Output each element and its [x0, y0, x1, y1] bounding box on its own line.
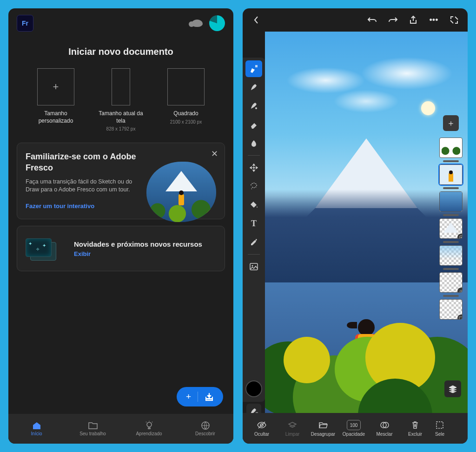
folder-open-icon: [318, 420, 328, 430]
preset-screen-size[interactable]: Tamanho atual da tela 828 x 1792 px: [95, 68, 146, 131]
tool-place-image[interactable]: [245, 258, 262, 275]
tool-eraser[interactable]: [245, 116, 262, 133]
profile-avatar[interactable]: [209, 15, 225, 31]
tab-discover[interactable]: Descobrir: [177, 414, 233, 444]
tool-move[interactable]: [245, 159, 262, 176]
document-presets: + Tamanho personalizado Tamanho atual da…: [8, 68, 233, 131]
redo-button[interactable]: [388, 15, 398, 25]
layer-thumbnail[interactable]: [439, 191, 463, 212]
home-header: Fr: [8, 8, 233, 38]
select-icon: [436, 420, 444, 430]
layer-thumbnail[interactable]: [439, 299, 463, 320]
svg-point-4: [255, 107, 257, 109]
svg-point-1: [147, 422, 152, 427]
folder-icon: [88, 421, 98, 430]
import-icon: [205, 393, 214, 401]
cloud-sync-icon[interactable]: [192, 20, 203, 27]
tab-your-work[interactable]: Seu trabalho: [65, 414, 121, 444]
globe-icon: [201, 421, 210, 430]
action-select[interactable]: Sele: [430, 420, 449, 437]
add-layer-button[interactable]: ＋: [443, 115, 459, 131]
bottom-tabs: Início Seu trabalho Aprendizado Descobri…: [8, 414, 233, 444]
svg-point-8: [461, 237, 462, 238]
news-thumbnail-icon: ✦ ✧ ✦: [26, 236, 62, 262]
news-cta-link[interactable]: Exibir: [74, 250, 202, 257]
action-clear[interactable]: Limpar: [277, 420, 308, 437]
page-title: Iniciar novo documento: [8, 46, 233, 57]
svg-rect-9: [459, 317, 463, 320]
color-swatch[interactable]: [245, 380, 262, 397]
layer-thumbnail[interactable]: ⊘: [439, 272, 463, 293]
tool-fill[interactable]: [245, 197, 262, 213]
undo-button[interactable]: [367, 15, 377, 25]
close-icon[interactable]: ✕: [211, 149, 218, 159]
tool-pixel-brush[interactable]: [245, 60, 262, 77]
tool-sidebar: T: [243, 58, 265, 402]
svg-point-6: [252, 265, 253, 267]
action-hide[interactable]: Ocultar: [246, 420, 277, 437]
share-button[interactable]: [408, 15, 418, 25]
clear-icon: [288, 420, 297, 430]
home-icon: [32, 421, 41, 430]
layers-panel: ＋ ⊘: [437, 115, 465, 320]
tab-home[interactable]: Início: [8, 414, 65, 444]
svg-rect-3: [255, 65, 258, 67]
plus-icon: +: [186, 392, 191, 402]
fullscreen-button[interactable]: [449, 15, 459, 25]
tool-smudge[interactable]: [245, 135, 262, 151]
eye-off-icon: [257, 420, 267, 430]
layer-thumbnail[interactable]: [439, 164, 463, 185]
editor-screen: •••: [243, 8, 468, 444]
news-card[interactable]: ✦ ✧ ✦ Novidades e próximos novos recurso…: [17, 226, 225, 271]
lightbulb-icon: [145, 421, 154, 430]
news-heading: Novidades e próximos novos recursos: [74, 240, 202, 249]
preset-square[interactable]: Quadrado 2100 x 2100 px: [160, 68, 212, 131]
tool-text[interactable]: T: [245, 215, 262, 232]
action-ungroup[interactable]: Desagrupar: [308, 420, 338, 437]
action-opacity[interactable]: 100 Opacidade: [338, 420, 369, 437]
merge-icon: [380, 420, 389, 430]
preset-custom[interactable]: + Tamanho personalizado: [30, 68, 81, 131]
svg-rect-13: [436, 422, 443, 428]
promo-thumbnail: [146, 162, 216, 222]
tool-lasso[interactable]: [245, 178, 262, 195]
tool-live-brush[interactable]: [245, 98, 262, 114]
layers-toggle-button[interactable]: [444, 380, 461, 397]
promo-body: Faça uma transição fácil do Sketch ou do…: [26, 178, 132, 194]
layer-thumbnail[interactable]: [439, 138, 463, 158]
back-button[interactable]: [251, 15, 261, 25]
action-delete[interactable]: Excluir: [400, 420, 430, 437]
more-button[interactable]: •••: [429, 15, 439, 25]
canvas-area: T ＋ ⊘: [243, 32, 468, 444]
layer-thumbnail[interactable]: [439, 218, 463, 239]
trash-icon: [411, 420, 419, 430]
new-document-fab[interactable]: +: [177, 387, 223, 406]
layer-thumbnail[interactable]: [439, 245, 463, 266]
tool-vector-brush[interactable]: [245, 79, 262, 96]
tab-learn[interactable]: Aprendizado: [121, 414, 177, 444]
tool-eyedropper[interactable]: [245, 234, 262, 250]
promo-card: ✕ Familiarize-se com o Adobe Fresco Faça…: [17, 143, 225, 219]
plus-icon: +: [37, 68, 74, 105]
layer-actions-bar: Ocultar Limpar Desagrupar 100 Opacidade …: [243, 413, 468, 444]
opacity-value: 100: [347, 420, 361, 430]
home-screen: Fr Iniciar novo documento + Tamanho pers…: [8, 8, 233, 444]
action-merge[interactable]: Mesclar: [369, 420, 400, 437]
editor-header: •••: [243, 8, 468, 32]
promo-heading: Familiarize-se com o Adobe Fresco: [26, 151, 142, 173]
app-logo: Fr: [17, 15, 33, 32]
